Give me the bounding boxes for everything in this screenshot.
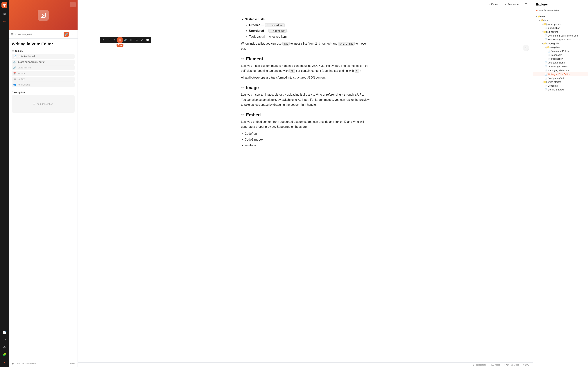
self-hosting-folder-icon: 📁 [543, 30, 546, 33]
writing-vrite-label: Writing in Vrite Editor [548, 73, 570, 75]
comment-button[interactable]: 💬 [145, 37, 150, 42]
nav-settings-icon[interactable]: ⚙ [1, 344, 7, 350]
date-value: No date [18, 72, 25, 75]
canonical-icon: 🔗 [13, 67, 16, 69]
cover-menu-icon[interactable]: ☰ [11, 33, 14, 36]
detail-canonical[interactable]: 🔗 Canonical link [12, 65, 75, 70]
configuring-vrite-label: Configuring Vrite [548, 77, 565, 79]
tree-item-getting-started-folder[interactable]: ▾ 📁 getting-started [533, 80, 588, 84]
tree-item-nav-introduction[interactable]: 📄 Introduction [533, 57, 588, 61]
nav-document-icon[interactable]: 📄 [1, 330, 7, 335]
tree-item-vrite-extensions[interactable]: 📄 Vrite Extensions [533, 61, 588, 65]
tree-item-self-hosting[interactable]: ▾ 📁 self-hosting [533, 30, 588, 34]
js-intro-file-icon: 📄 [545, 27, 548, 29]
description-icon: ☰ [33, 103, 35, 105]
ai-assistant-button[interactable]: ✦ [523, 45, 529, 51]
shift-tab-key-code: Shift Tab [338, 42, 355, 45]
nav-git-icon[interactable]: ⎇ [1, 337, 7, 343]
tree-item-usage-guide[interactable]: ▾ 📁 usage-guide [533, 42, 588, 45]
tree-item-command-palette[interactable]: 📄 Command Palette [533, 49, 588, 53]
app-logo[interactable] [1, 2, 7, 8]
link-button[interactable]: 🔗 [123, 37, 128, 42]
publishing-content-label: Publishing Content [548, 65, 568, 68]
strikethrough-button[interactable]: S [112, 37, 117, 42]
export-icon: ↗ [488, 3, 490, 6]
code-tooltip: Code [117, 44, 123, 47]
usage-guide-folder-icon: 📁 [543, 42, 546, 45]
command-palette-icon: 📄 [548, 50, 551, 52]
list-intro: Nestable Lists: Ordered — 1. markdown ; … [245, 17, 370, 39]
docs-chevron: ▾ [539, 19, 540, 21]
canonical-value: Canonical link [18, 67, 31, 69]
nav-grid-icon[interactable]: ⊞ [1, 11, 7, 17]
getting-started-folder-label: getting-started [546, 81, 561, 83]
highlight-button[interactable]: ✏ [129, 37, 134, 42]
details-section: ☰ Details 📄 content-editor.md 🔗 /usage-g… [9, 48, 78, 90]
detail-date[interactable]: 📅 No date [12, 71, 75, 76]
members-value: No members [18, 83, 30, 86]
add-description-button[interactable]: ☰ Add description [12, 95, 75, 113]
zen-mode-button[interactable]: ⤢ Zen mode [503, 2, 520, 7]
detail-path[interactable]: 🔗 /usage-guide/content-editor [12, 60, 75, 65]
loc-count: 0 LOC [523, 364, 529, 366]
details-icon: ☰ [12, 50, 14, 52]
editor-toolbar: ↗ Export ⤢ Zen mode ☰ [78, 0, 533, 9]
nav-intro-icon: 📄 [548, 58, 551, 60]
superscript-button[interactable]: x² [139, 37, 145, 42]
tree-item-configuring-self-hosted[interactable]: 📄 Configuring Self-Hosted Vrite [533, 34, 588, 38]
code-button[interactable]: </> Code [117, 37, 122, 42]
subscript-button[interactable]: x₂ [134, 37, 139, 42]
tree-item-navigation[interactable]: ▾ 📁 navigation [533, 45, 588, 49]
bold-button[interactable]: B [101, 37, 106, 42]
description-label: Description [12, 91, 75, 94]
tree-item-concepts[interactable]: 📄 Concepts [533, 84, 588, 88]
tree-item-docs[interactable]: ▾ 📁 docs [533, 18, 588, 22]
tree-item-writing-in-vrite[interactable]: 📄 Writing in Vrite Editor [533, 72, 588, 76]
vrite-label: vrite [540, 15, 545, 18]
cover-url-input[interactable] [15, 33, 62, 36]
workspace-name: Vrite Documentation [16, 362, 36, 365]
detail-filename[interactable]: 📄 content-editor.md [12, 54, 75, 59]
tree-item-publishing-content[interactable]: 📄 Publishing Content [533, 65, 588, 68]
italic-button[interactable]: I [106, 37, 112, 42]
tree-item-javascript-sdk[interactable]: ▾ 📁 javascript-sdk [533, 22, 588, 26]
content-body: Nestable Lists: Ordered — 1. markdown ; … [241, 17, 370, 148]
usage-guide-label: usage-guide [546, 42, 559, 45]
tree-item-dashboard[interactable]: 📄 Dashboard [533, 53, 588, 57]
word-count: 995 words [491, 364, 500, 366]
zen-label: Zen mode [508, 3, 519, 6]
tree-item-self-hosting-vrite[interactable]: 📄 Self-Hosting Vrite with... [533, 38, 588, 42]
detail-tags[interactable]: 🏷 No tags [12, 77, 75, 82]
element-h3-label: H3 [241, 56, 244, 60]
meta-panel: ⋮ ☰ 🔗 ↑ Writing in Vrite Editor ☰ Detail… [9, 0, 78, 367]
detail-members[interactable]: 👥 No members [12, 82, 75, 87]
tree-item-configuring-vrite[interactable]: 📄 Configuring Vrite [533, 76, 588, 80]
tree-item-managing-metadata[interactable]: 📄 Managing Metadata [533, 68, 588, 72]
tree-item-vrite[interactable]: ▾ 📁 vrite [533, 15, 588, 18]
tree-item-getting-started[interactable]: 📄 Getting Started [533, 88, 588, 92]
file-icon: 📄 [13, 55, 16, 58]
nav-puzzle-icon[interactable]: 🧩 [1, 351, 7, 358]
file-tree: ▾ 📁 vrite ▾ 📁 docs ▾ 📁 javascript-sdk 📄 … [533, 13, 588, 93]
getting-started-chevron: ▾ [542, 81, 543, 83]
embed-section-heading: H3 Embed [241, 112, 370, 117]
workspace-row[interactable]: Vrite Documentation [533, 8, 588, 13]
export-button[interactable]: ↗ Export [486, 2, 500, 7]
unordered-list-item: Unordered — - markdown ; [249, 28, 370, 33]
details-label: Details [15, 50, 23, 52]
nestable-lists-section: Nestable Lists: Ordered — 1. markdown ; … [241, 17, 370, 39]
cover-upload-button[interactable]: ↑ [70, 32, 75, 37]
explorer-toggle-button[interactable]: ☰ [523, 2, 529, 7]
cover-menu-button[interactable]: ⋮ [70, 2, 76, 7]
tree-item-js-introduction[interactable]: 📄 Introduction [533, 26, 588, 30]
explorer-panel: Explorer Vrite Documentation ▾ 📁 vrite ▾… [533, 0, 588, 367]
image-placeholder-icon [40, 12, 46, 18]
image-para-1: Lets you insert an image, either by uplo… [241, 92, 370, 107]
cover-link-button[interactable]: 🔗 [64, 32, 69, 37]
vrite-folder-icon: 📁 [537, 15, 540, 18]
format-toolbar: B I S </> Code 🔗 ✏ x₂ x² 💬 [100, 37, 151, 43]
nav-vrite-icon[interactable]: V [1, 359, 7, 365]
left-bottom-nav: ◉ Vrite Documentation • Base [9, 360, 78, 367]
navigation-chevron: ▾ [545, 46, 546, 48]
nav-edit-icon[interactable]: ✏ [1, 18, 7, 24]
